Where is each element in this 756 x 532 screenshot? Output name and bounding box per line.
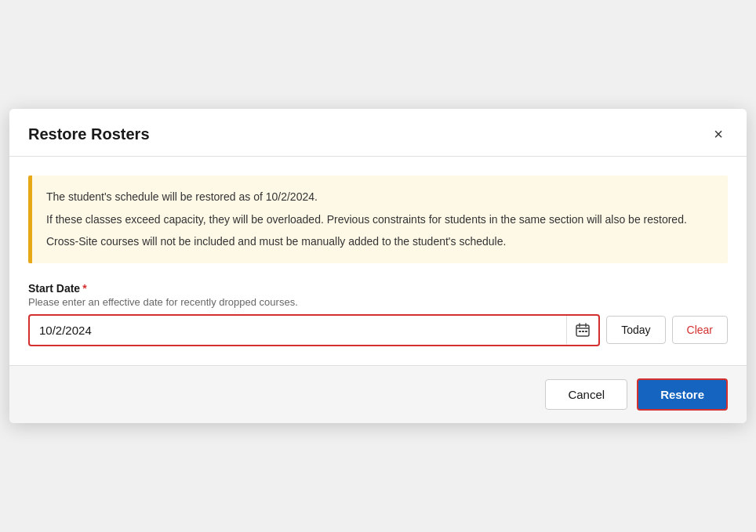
today-button[interactable]: Today	[606, 316, 665, 344]
date-input[interactable]	[30, 316, 566, 345]
required-indicator: *	[82, 282, 86, 295]
cancel-button[interactable]: Cancel	[545, 379, 627, 410]
restore-button[interactable]: Restore	[637, 378, 728, 411]
modal-overlay: Restore Rosters × The student's schedule…	[0, 0, 756, 532]
modal-body: The student's schedule will be restored …	[9, 157, 747, 364]
modal-header: Restore Rosters ×	[9, 109, 747, 157]
modal-title: Restore Rosters	[28, 125, 150, 143]
svg-rect-5	[582, 331, 584, 332]
alert-line-2: If these classes exceed capacity, they w…	[46, 211, 714, 228]
alert-text: The student's schedule will be restored …	[46, 188, 714, 250]
alert-line-3: Cross-Site courses will not be included …	[46, 233, 714, 250]
date-row: Today Clear	[28, 314, 728, 346]
start-date-label: Start Date*	[28, 282, 728, 295]
clear-button[interactable]: Clear	[672, 316, 728, 344]
alert-box: The student's schedule will be restored …	[28, 176, 728, 262]
alert-line-1: The student's schedule will be restored …	[46, 188, 714, 205]
calendar-button[interactable]	[566, 316, 598, 344]
modal-footer: Cancel Restore	[9, 365, 747, 423]
calendar-icon	[575, 322, 591, 338]
date-input-wrapper	[28, 314, 600, 346]
form-hint: Please enter an effective date for recen…	[28, 296, 728, 308]
close-button[interactable]: ×	[709, 125, 728, 143]
svg-rect-4	[579, 331, 581, 332]
svg-rect-6	[585, 331, 587, 332]
start-date-section: Start Date* Please enter an effective da…	[28, 282, 728, 346]
restore-rosters-modal: Restore Rosters × The student's schedule…	[9, 109, 747, 422]
